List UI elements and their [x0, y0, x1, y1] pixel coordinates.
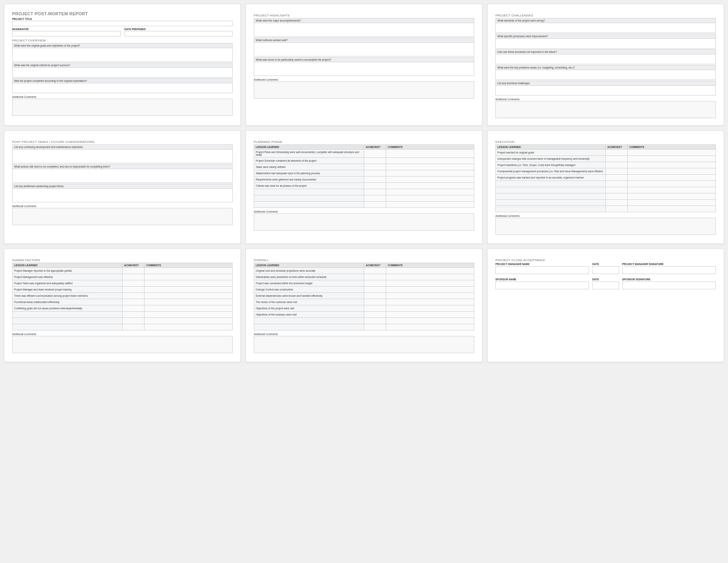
comments-cell[interactable] — [628, 206, 716, 212]
achieved-cell[interactable] — [606, 162, 628, 168]
achieved-cell[interactable] — [606, 150, 628, 156]
achieved-cell[interactable] — [364, 318, 386, 324]
achieved-cell[interactable] — [606, 168, 628, 175]
posttasks-a3[interactable] — [12, 188, 233, 202]
overview-a2[interactable] — [12, 67, 233, 78]
pm-sig-input[interactable] — [622, 266, 716, 274]
achieved-cell[interactable] — [364, 299, 386, 305]
sponsor-name-input[interactable] — [495, 282, 589, 289]
challenges-a5[interactable] — [495, 85, 716, 96]
achieved-cell[interactable] — [123, 324, 145, 330]
comments-cell[interactable] — [628, 168, 716, 175]
achieved-cell[interactable] — [606, 206, 628, 212]
comments-cell[interactable] — [386, 293, 474, 299]
achieved-cell[interactable] — [364, 158, 386, 164]
posttasks-comments-box[interactable] — [12, 208, 233, 225]
posttasks-a1[interactable] — [12, 149, 233, 163]
comments-cell[interactable] — [386, 150, 474, 158]
comments-cell[interactable] — [145, 312, 233, 318]
pm-name-input[interactable] — [495, 266, 589, 274]
achieved-cell[interactable] — [606, 175, 628, 181]
achieved-cell[interactable] — [364, 150, 386, 158]
comments-cell[interactable] — [386, 274, 474, 280]
comments-cell[interactable] — [145, 324, 233, 330]
moderator-input[interactable] — [12, 31, 121, 36]
comments-cell[interactable] — [386, 299, 474, 305]
achieved-cell[interactable] — [606, 200, 628, 206]
date-prepared-input[interactable] — [125, 31, 233, 36]
comments-cell[interactable] — [386, 170, 474, 177]
achieved-cell[interactable] — [123, 299, 145, 305]
comments-cell[interactable] — [628, 200, 716, 206]
comments-cell[interactable] — [628, 193, 716, 200]
achieved-cell[interactable] — [364, 293, 386, 299]
planning-comments-box[interactable] — [254, 213, 474, 231]
achieved-cell[interactable] — [123, 293, 145, 299]
comments-cell[interactable] — [386, 312, 474, 318]
achieved-cell[interactable] — [123, 312, 145, 318]
challenges-a2[interactable] — [495, 38, 716, 49]
highlights-a1[interactable] — [254, 23, 474, 37]
comments-cell[interactable] — [145, 268, 233, 274]
comments-cell[interactable] — [145, 274, 233, 280]
achieved-cell[interactable] — [606, 187, 628, 193]
comments-cell[interactable] — [386, 189, 474, 195]
comments-cell[interactable] — [628, 162, 716, 168]
achieved-cell[interactable] — [364, 177, 386, 183]
comments-cell[interactable] — [386, 177, 474, 183]
achieved-cell[interactable] — [123, 318, 145, 324]
comments-cell[interactable] — [145, 318, 233, 324]
comments-cell[interactable] — [628, 156, 716, 162]
achieved-cell[interactable] — [364, 164, 386, 170]
overview-a3[interactable] — [12, 83, 233, 93]
comments-cell[interactable] — [628, 181, 716, 187]
comments-cell[interactable] — [386, 324, 474, 330]
challenges-a4[interactable] — [495, 70, 716, 80]
achieved-cell[interactable] — [606, 193, 628, 200]
highlights-comments-box[interactable] — [254, 81, 474, 99]
challenges-comments-box[interactable] — [495, 101, 716, 118]
comments-cell[interactable] — [386, 305, 474, 312]
achieved-cell[interactable] — [364, 305, 386, 312]
achieved-cell[interactable] — [364, 195, 386, 202]
sponsor-sig-input[interactable] — [622, 282, 716, 289]
project-title-input[interactable] — [12, 21, 233, 26]
comments-cell[interactable] — [386, 195, 474, 202]
comments-cell[interactable] — [386, 280, 474, 287]
achieved-cell[interactable] — [123, 280, 145, 287]
comments-cell[interactable] — [386, 183, 474, 189]
achieved-cell[interactable] — [364, 324, 386, 330]
sponsor-date-input[interactable] — [592, 282, 619, 289]
comments-cell[interactable] — [628, 175, 716, 181]
comments-cell[interactable] — [386, 158, 474, 164]
comments-cell[interactable] — [386, 268, 474, 274]
achieved-cell[interactable] — [606, 181, 628, 187]
overview-comments-box[interactable] — [12, 99, 233, 116]
comments-cell[interactable] — [145, 299, 233, 305]
comments-cell[interactable] — [628, 187, 716, 193]
achieved-cell[interactable] — [123, 287, 145, 293]
achieved-cell[interactable] — [364, 280, 386, 287]
overview-a1[interactable] — [12, 48, 233, 62]
achieved-cell[interactable] — [606, 156, 628, 162]
comments-cell[interactable] — [386, 202, 474, 208]
comments-cell[interactable] — [386, 164, 474, 170]
achieved-cell[interactable] — [364, 189, 386, 195]
human-comments-box[interactable] — [12, 336, 233, 353]
achieved-cell[interactable] — [364, 287, 386, 293]
achieved-cell[interactable] — [364, 202, 386, 208]
achieved-cell[interactable] — [364, 268, 386, 274]
overall-comments-box[interactable] — [254, 336, 474, 353]
achieved-cell[interactable] — [364, 183, 386, 189]
comments-cell[interactable] — [628, 150, 716, 156]
achieved-cell[interactable] — [364, 312, 386, 318]
comments-cell[interactable] — [386, 287, 474, 293]
achieved-cell[interactable] — [364, 170, 386, 177]
challenges-a3[interactable] — [495, 54, 716, 64]
comments-cell[interactable] — [145, 305, 233, 312]
achieved-cell[interactable] — [364, 274, 386, 280]
comments-cell[interactable] — [145, 293, 233, 299]
achieved-cell[interactable] — [123, 268, 145, 274]
comments-cell[interactable] — [145, 280, 233, 287]
pm-date-input[interactable] — [592, 266, 619, 274]
